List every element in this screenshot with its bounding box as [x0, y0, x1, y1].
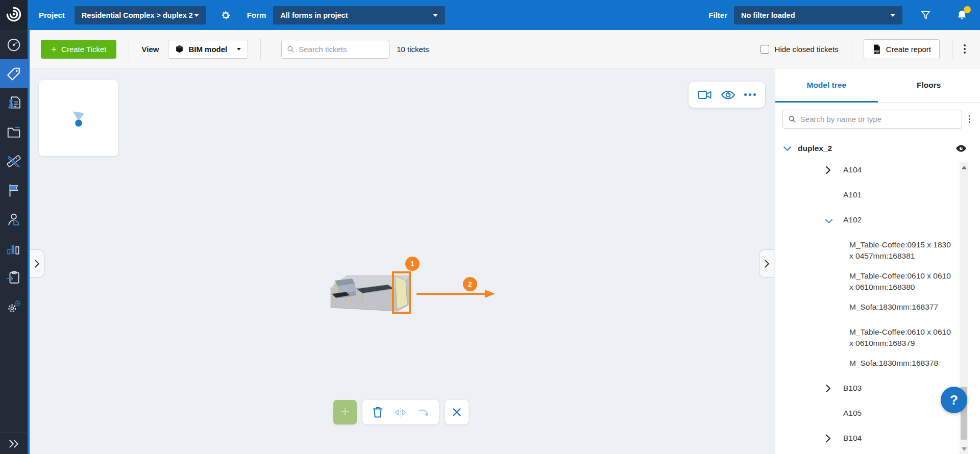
sidebar-item-people[interactable] [0, 205, 28, 234]
sidebar-expand-button[interactable] [0, 433, 28, 454]
chevron-right-icon[interactable] [825, 435, 834, 442]
tree-item-label: M_Sofa:1830mm:168378 [849, 358, 938, 369]
view-label: View [141, 45, 159, 54]
sidebar-item-documents[interactable] [0, 117, 28, 146]
tree-options-menu[interactable] [966, 113, 973, 126]
tree-search-row [782, 110, 973, 129]
form-dropdown[interactable]: All forms in project [273, 6, 445, 24]
ticket-search-input[interactable] [299, 45, 384, 54]
checkbox-icon[interactable] [761, 45, 769, 54]
mirror-button[interactable] [394, 407, 407, 418]
tickets-toolbar: + Create Ticket View BIM model 10 ticket… [30, 30, 980, 68]
close-icon [452, 408, 461, 417]
tab-model-tree[interactable]: Model tree [775, 68, 878, 102]
selected-wall-segment[interactable] [395, 276, 407, 310]
mirror-icon [394, 407, 407, 418]
tree-item[interactable]: M_Table-Coffee:0610 x 0610 x 0610mm:1683… [775, 270, 980, 293]
hide-closed-tickets-toggle[interactable]: Hide closed tickets [761, 45, 839, 54]
marker-2[interactable]: 2 [463, 277, 477, 291]
sidebar-item-tickets[interactable] [0, 59, 28, 88]
tree-item[interactable]: M_Sofa:1830mm:168378 [775, 358, 980, 369]
divider [952, 38, 952, 60]
scroll-up-button[interactable] [960, 163, 968, 171]
hide-closed-label: Hide closed tickets [775, 45, 839, 54]
add-object-button[interactable]: + [333, 400, 357, 424]
right-panel-expander[interactable] [759, 249, 774, 278]
chevron-down-icon [890, 14, 895, 17]
chevron-down-icon[interactable] [825, 216, 834, 224]
chevron-down-icon [237, 48, 241, 51]
svg-text:PDF: PDF [874, 50, 879, 53]
tree-root-row[interactable]: duplex_2 [775, 140, 980, 157]
gauge-icon [6, 37, 21, 53]
tree-item-label: A102 [843, 214, 862, 225]
sidebar-item-clipboard-sync[interactable] [0, 263, 28, 292]
create-ticket-button[interactable]: + Create Ticket [41, 40, 116, 59]
create-report-button[interactable]: PDF Create report [864, 39, 940, 59]
main-sidebar [0, 30, 28, 454]
tree-item[interactable]: A101 [775, 189, 980, 200]
tree-item[interactable]: M_Sofa:1830mm:168377 [775, 301, 980, 313]
gear-icon [220, 10, 231, 21]
stamp-document-icon [6, 95, 21, 111]
rotate-button[interactable] [417, 407, 429, 418]
sidebar-item-measure-tools[interactable] [0, 146, 28, 175]
tree-item-label: B104 [843, 433, 862, 444]
scroll-down-button[interactable] [960, 445, 968, 453]
tree-item[interactable]: M_Table-Coffee:0915 x 1830 x 0457mm:1683… [775, 239, 980, 262]
camera-view-button[interactable] [698, 89, 712, 100]
chevron-down-icon[interactable] [783, 146, 791, 152]
view-mode-dropdown[interactable]: BIM model [168, 40, 248, 59]
sidebar-item-reports[interactable] [0, 234, 28, 263]
move-arrow[interactable] [416, 290, 495, 298]
visibility-button[interactable] [721, 90, 735, 100]
project-dropdown-value: Residential Complex > duplex 2 [82, 11, 193, 19]
project-dropdown[interactable]: Residential Complex > duplex 2 [75, 6, 206, 24]
bim-model-selection[interactable]: 1 2 [322, 255, 505, 321]
viewport-controls [689, 82, 765, 108]
toolbar-more-menu[interactable] [961, 41, 969, 57]
sidebar-item-dashboard[interactable] [0, 30, 28, 59]
panel-tabs: Model tree Floors [775, 68, 980, 103]
tree-item[interactable]: B104 [775, 433, 980, 444]
project-settings-button[interactable] [220, 10, 231, 21]
help-button[interactable]: ? [941, 387, 967, 413]
chevron-right-icon [764, 260, 770, 268]
search-icon [287, 45, 295, 54]
pdf-file-icon: PDF [872, 44, 881, 55]
tree-item-label: A101 [843, 189, 862, 200]
ruler-pencil-icon [6, 154, 21, 169]
filter-dropdown[interactable]: No filter loaded [734, 6, 902, 24]
top-bar: Project Residential Complex > duplex 2 F… [0, 0, 980, 30]
form-label: Form [247, 11, 266, 19]
left-panel-expander[interactable] [30, 249, 44, 278]
camera-icon [698, 89, 712, 100]
app-logo[interactable] [0, 0, 28, 30]
tab-floors[interactable]: Floors [878, 68, 980, 102]
delete-button[interactable] [372, 406, 383, 418]
filter-funnel-button[interactable] [920, 10, 932, 21]
camera-position-icon [67, 107, 90, 130]
tree-search-input[interactable] [800, 115, 957, 123]
viewport-more-button[interactable] [744, 93, 756, 96]
search-icon [788, 115, 796, 123]
cancel-edit-button[interactable] [445, 400, 469, 424]
notification-badge [964, 6, 971, 13]
sidebar-item-stamps[interactable] [0, 88, 28, 117]
svg-text:1: 1 [410, 260, 414, 268]
minimap[interactable] [39, 80, 118, 156]
sidebar-item-settings[interactable] [0, 292, 28, 321]
chevron-right-icon[interactable] [825, 385, 834, 392]
3d-viewport[interactable]: 1 2 + [30, 68, 775, 454]
tree-item[interactable]: A104 [775, 164, 980, 175]
chevron-right-icon[interactable] [825, 166, 834, 174]
marker-1[interactable]: 1 [405, 257, 420, 271]
ticket-count: 10 tickets [397, 45, 429, 54]
tree-item[interactable]: M_Table-Coffee:0610 x 0610 x 0610mm:1683… [775, 326, 980, 349]
sidebar-item-milestones[interactable] [0, 175, 28, 205]
plus-icon: + [51, 44, 57, 54]
visibility-eye-button[interactable] [955, 144, 967, 153]
cube-icon [175, 44, 184, 54]
tree-item[interactable]: A102 [775, 214, 980, 225]
notifications-button[interactable] [956, 9, 968, 21]
